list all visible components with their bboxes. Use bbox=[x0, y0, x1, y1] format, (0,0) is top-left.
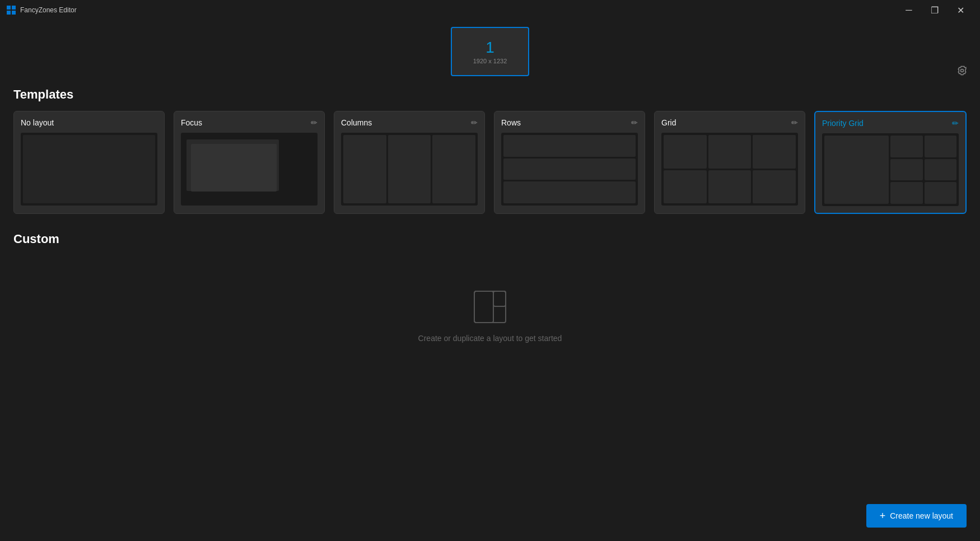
gear-icon bbox=[956, 65, 968, 76]
app-logo-icon bbox=[7, 6, 16, 15]
priority-right-cell-3 bbox=[890, 182, 923, 204]
column-3 bbox=[432, 135, 475, 203]
template-card-grid[interactable]: Grid ✏ bbox=[654, 111, 805, 214]
template-card-header: Columns ✏ bbox=[341, 118, 478, 127]
settings-button[interactable] bbox=[953, 62, 971, 80]
template-name: No layout bbox=[21, 118, 54, 127]
template-card-rows[interactable]: Rows ✏ bbox=[494, 111, 645, 214]
custom-section-title: Custom bbox=[13, 232, 967, 246]
priority-main-zone bbox=[824, 136, 889, 204]
priority-right-cell-1 bbox=[890, 136, 923, 157]
priority-grid-preview bbox=[824, 136, 956, 204]
monitor-number: 1 bbox=[486, 39, 494, 57]
templates-grid: No layout Focus ✏ Columns ✏ bbox=[13, 111, 967, 214]
custom-layout-icon bbox=[472, 289, 508, 325]
custom-empty-state: Create or duplicate a layout to get star… bbox=[13, 255, 967, 365]
monitor-area: 1 1920 x 1232 bbox=[0, 27, 980, 76]
app-title: FancyZones Editor bbox=[20, 6, 77, 14]
titlebar: FancyZones Editor ─ ❐ ✕ bbox=[0, 0, 980, 20]
template-card-focus[interactable]: Focus ✏ bbox=[174, 111, 325, 214]
template-preview-priority-grid bbox=[822, 133, 959, 206]
grid-cell-3 bbox=[753, 135, 796, 169]
monitor-resolution: 1920 x 1232 bbox=[473, 58, 507, 64]
columns-preview bbox=[343, 135, 475, 203]
template-card-priority-grid[interactable]: Priority Grid ✏ bbox=[814, 111, 967, 214]
main-content: Templates No layout Focus ✏ bbox=[0, 87, 980, 365]
template-card-header: Priority Grid ✏ bbox=[822, 119, 959, 128]
grid-cell-2 bbox=[708, 135, 752, 169]
rows-preview bbox=[503, 135, 636, 203]
svg-rect-2 bbox=[7, 11, 11, 15]
column-1 bbox=[343, 135, 386, 203]
template-card-columns[interactable]: Columns ✏ bbox=[334, 111, 485, 214]
template-preview-rows bbox=[501, 133, 638, 206]
priority-right-cell-6 bbox=[925, 182, 957, 204]
no-layout-preview bbox=[23, 135, 155, 203]
priority-right-cell-5 bbox=[925, 159, 957, 181]
titlebar-left: FancyZones Editor bbox=[7, 6, 77, 15]
grid-cell-1 bbox=[664, 135, 707, 169]
create-button-label: Create new layout bbox=[890, 511, 953, 520]
templates-section-title: Templates bbox=[13, 87, 967, 102]
template-name: Columns bbox=[341, 118, 372, 127]
grid-preview bbox=[664, 135, 796, 203]
template-name: Grid bbox=[661, 118, 676, 127]
window-controls: ─ ❐ ✕ bbox=[896, 0, 973, 20]
edit-icon[interactable]: ✏ bbox=[631, 118, 638, 127]
svg-rect-3 bbox=[12, 11, 16, 15]
priority-right-cell-2 bbox=[890, 159, 923, 181]
priority-right-zones-2 bbox=[925, 136, 957, 204]
svg-rect-1 bbox=[12, 6, 16, 10]
close-button[interactable]: ✕ bbox=[948, 0, 973, 20]
edit-icon[interactable]: ✏ bbox=[952, 119, 959, 128]
template-preview-no-layout bbox=[21, 133, 157, 206]
template-card-header: Grid ✏ bbox=[661, 118, 798, 127]
template-name: Priority Grid bbox=[822, 119, 864, 128]
priority-right-zones bbox=[890, 136, 923, 204]
grid-cell-6 bbox=[753, 170, 796, 204]
template-name: Focus bbox=[181, 118, 202, 127]
restore-button[interactable]: ❐ bbox=[922, 0, 948, 20]
template-card-header: Focus ✏ bbox=[181, 118, 318, 127]
monitor-card[interactable]: 1 1920 x 1232 bbox=[451, 27, 529, 76]
svg-rect-0 bbox=[7, 6, 11, 10]
template-preview-grid bbox=[661, 133, 798, 206]
template-card-header: Rows ✏ bbox=[501, 118, 638, 127]
row-2 bbox=[503, 158, 636, 180]
row-3 bbox=[503, 181, 636, 203]
svg-rect-5 bbox=[474, 291, 493, 323]
template-card-no-layout[interactable]: No layout bbox=[13, 111, 165, 214]
grid-cell-4 bbox=[664, 170, 707, 204]
edit-icon[interactable]: ✏ bbox=[471, 118, 478, 127]
template-card-header: No layout bbox=[21, 118, 157, 127]
column-2 bbox=[388, 135, 431, 203]
edit-icon[interactable]: ✏ bbox=[311, 118, 318, 127]
priority-right-cell-4 bbox=[925, 136, 957, 157]
template-preview-columns bbox=[341, 133, 478, 206]
row-1 bbox=[503, 135, 636, 157]
minimize-button[interactable]: ─ bbox=[896, 0, 922, 20]
create-new-layout-button[interactable]: + Create new layout bbox=[866, 504, 967, 528]
grid-cell-5 bbox=[708, 170, 752, 204]
plus-icon: + bbox=[880, 511, 886, 521]
focus-preview bbox=[183, 135, 315, 203]
custom-hint: Create or duplicate a layout to get star… bbox=[418, 334, 562, 343]
focus-front-panel bbox=[191, 144, 277, 192]
template-name: Rows bbox=[501, 118, 521, 127]
svg-rect-6 bbox=[493, 291, 506, 306]
template-preview-focus bbox=[181, 133, 318, 206]
edit-icon[interactable]: ✏ bbox=[791, 118, 798, 127]
